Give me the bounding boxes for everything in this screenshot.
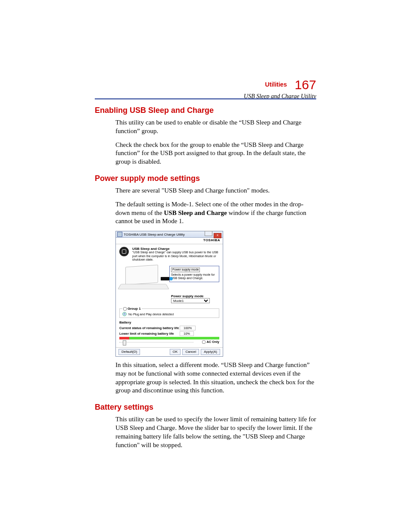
group1-checkbox[interactable] [123, 307, 127, 311]
dialog-usb-sleep-charge: TOSHIBA USB Sleep and Charge Utility x T… [115, 231, 223, 357]
chapter-title: Utilities [265, 81, 287, 88]
info-box-title: Power supply mode [171, 268, 200, 272]
paragraph: This utility can be used to specify the … [115, 415, 316, 449]
mode-label: Power supply mode [171, 294, 219, 298]
ac-only-label: AC Only [206, 340, 219, 344]
group1-status: No Plug and Play device detected [128, 313, 174, 316]
paragraph: Check the check box for the group to ena… [115, 141, 316, 166]
lower-limit-value: 10% [180, 331, 194, 336]
dialog-subtitle: USB Sleep and Charge [132, 247, 219, 251]
info-box-desc: Selects a power supply mode for USB Slee… [171, 273, 215, 280]
dialog-titlebar: TOSHIBA USB Sleep and Charge Utility x [116, 231, 223, 238]
paragraph: There are several "USB Sleep and Charge … [115, 187, 316, 195]
minimize-button[interactable] [205, 231, 212, 236]
page-number: 167 [295, 78, 316, 92]
app-icon [117, 232, 122, 237]
dialog-title: TOSHIBA USB Sleep and Charge Utility [124, 233, 204, 236]
mode-select[interactable]: Mode1 [171, 298, 210, 303]
group1-legend: Group 1 [128, 307, 141, 311]
group1-fieldset: Group 1 i No Plug and Play device detect… [119, 307, 219, 318]
cancel-button[interactable]: Cancel [182, 349, 199, 355]
current-battery-value: 100% [180, 326, 196, 330]
ok-button[interactable]: OK [170, 349, 181, 355]
paragraph: In this situation, select a different mo… [115, 361, 316, 395]
usb-icon [119, 247, 129, 256]
ac-only-checkbox[interactable] [202, 340, 206, 344]
paragraph: The default setting is Mode-1. Select on… [115, 200, 316, 226]
laptop-illustration [119, 266, 167, 291]
heading-battery: Battery settings [95, 403, 316, 412]
current-battery-label: Current status of remaining battery life [119, 326, 180, 330]
info-icon: i [122, 312, 127, 316]
lower-limit-slider[interactable]: AC Only [119, 340, 219, 345]
close-button[interactable]: x [214, 233, 221, 238]
running-header: Utilities 167 USB Sleep and Charge Utili… [244, 78, 316, 100]
text-bold: USB Sleep and Charge [164, 209, 227, 216]
dialog-header: USB Sleep and Charge "USB Sleep and Char… [116, 244, 223, 264]
info-box: Power supply mode Selects a power supply… [169, 266, 219, 282]
heading-power: Power supply mode settings [95, 174, 316, 183]
brand-bar: TOSHIBA [116, 238, 223, 244]
paragraph: This utility can be used to enable or di… [115, 118, 316, 136]
header-rule [95, 98, 316, 100]
window-controls: x [204, 231, 221, 238]
dialog-description: "USB Sleep and Charge" can supply USB bu… [132, 251, 219, 261]
default-button[interactable]: Default(D) [118, 349, 140, 355]
heading-enable: Enabling USB Sleep and Charge [95, 106, 316, 115]
slider-thumb[interactable] [123, 340, 126, 345]
battery-heading: Battery [119, 320, 219, 324]
battery-bar [119, 337, 219, 339]
apply-button[interactable]: Apply(A) [201, 349, 220, 355]
lower-limit-label: Lower limit of remaining battery life [119, 332, 180, 336]
